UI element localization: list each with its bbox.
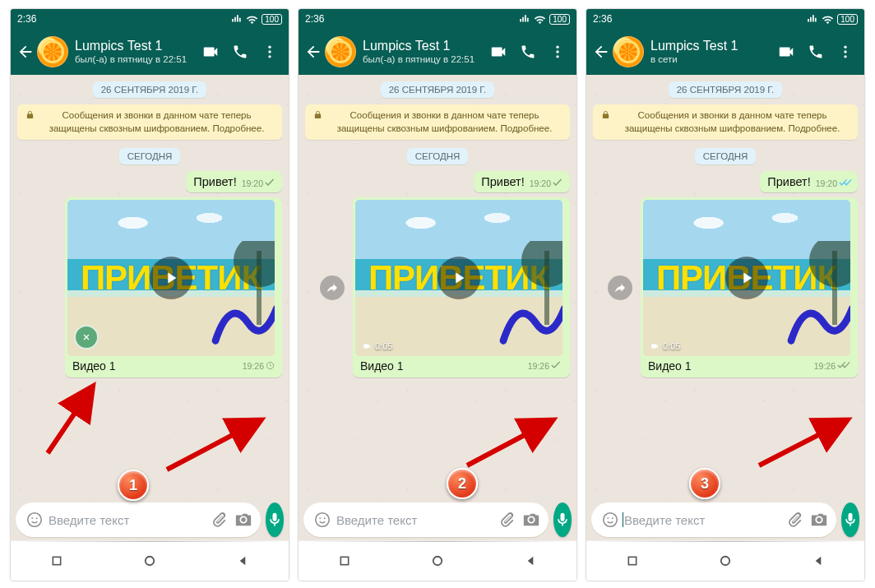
chat-header: Lumpics Test 1 был(-а) в пятницу в 22:51 bbox=[299, 29, 576, 75]
nav-home[interactable] bbox=[133, 544, 166, 577]
back-button[interactable] bbox=[302, 29, 325, 75]
svg-point-9 bbox=[556, 46, 558, 49]
encryption-notice[interactable]: Сообщения и звонки в данном чате теперь … bbox=[593, 104, 858, 140]
more-menu-button[interactable] bbox=[256, 35, 284, 68]
video-call-button[interactable] bbox=[484, 35, 512, 68]
date-chip: 26 СЕНТЯБРЯ 2019 Г. bbox=[669, 81, 783, 98]
voice-message-button[interactable] bbox=[841, 502, 859, 537]
play-button[interactable] bbox=[438, 257, 480, 299]
svg-rect-15 bbox=[341, 557, 349, 564]
date-chip: 26 СЕНТЯБРЯ 2019 Г. bbox=[93, 81, 207, 98]
emoji-button[interactable] bbox=[22, 507, 47, 532]
voice-message-button[interactable] bbox=[266, 502, 284, 537]
svg-point-19 bbox=[844, 55, 846, 58]
nav-recents[interactable] bbox=[328, 544, 361, 577]
camera-button[interactable] bbox=[519, 507, 544, 532]
contact-info[interactable]: Lumpics Test 1 был(-а) в пятницу в 22:51 bbox=[363, 39, 484, 65]
video-thumbnail[interactable]: ПРИВЕТИК 0:05 bbox=[643, 200, 850, 356]
encryption-notice[interactable]: Сообщения и звонки в данном чате теперь … bbox=[305, 104, 570, 140]
contact-info[interactable]: Lumpics Test 1 в сети bbox=[650, 39, 772, 65]
message-text: Привет! bbox=[767, 175, 810, 188]
message-time: 19:20 bbox=[530, 178, 551, 188]
message-video[interactable]: ПРИВЕТИК 0:05 Видео 1 19:26 bbox=[641, 197, 858, 377]
voice-call-button[interactable] bbox=[514, 35, 542, 68]
today-chip: СЕГОДНЯ bbox=[695, 148, 757, 164]
attach-button[interactable] bbox=[206, 507, 231, 532]
message-input-box bbox=[303, 502, 549, 537]
contact-avatar[interactable] bbox=[325, 36, 356, 67]
back-button[interactable] bbox=[590, 29, 613, 75]
nav-back[interactable] bbox=[802, 544, 835, 577]
video-call-button[interactable] bbox=[772, 35, 800, 68]
annotation-badge-2: 2 bbox=[447, 468, 478, 499]
svg-point-4 bbox=[28, 513, 42, 527]
status-icons: 100 bbox=[231, 14, 282, 25]
lock-icon bbox=[25, 110, 35, 123]
nav-back[interactable] bbox=[226, 544, 259, 577]
message-video[interactable]: ПРИВЕТИК Видео 1 19:26 bbox=[65, 197, 282, 377]
play-button[interactable] bbox=[150, 257, 192, 299]
message-text: Привет! bbox=[481, 175, 524, 188]
nav-back[interactable] bbox=[514, 544, 547, 577]
play-button[interactable] bbox=[725, 257, 768, 299]
more-menu-button[interactable] bbox=[544, 35, 572, 68]
svg-point-20 bbox=[604, 513, 618, 527]
today-chip: СЕГОДНЯ bbox=[407, 148, 469, 164]
input-area bbox=[586, 498, 864, 541]
chat-body: 26 СЕНТЯБРЯ 2019 Г. Сообщения и звонки в… bbox=[586, 75, 864, 498]
screenshot-1: 2:36 100 Lumpics Test 1 был(-а) в пятниц… bbox=[10, 8, 289, 581]
message-input[interactable] bbox=[335, 512, 494, 528]
message-input[interactable] bbox=[47, 512, 206, 528]
video-thumbnail[interactable]: ПРИВЕТИК 0:05 bbox=[355, 200, 562, 356]
message-input-box bbox=[591, 502, 836, 537]
nav-home[interactable] bbox=[709, 544, 742, 577]
voice-message-button[interactable] bbox=[553, 502, 572, 537]
message-greeting[interactable]: Привет! 19:20 bbox=[760, 171, 858, 192]
emoji-button[interactable] bbox=[598, 507, 623, 532]
chat-body: 26 СЕНТЯБРЯ 2019 Г. Сообщения и звонки в… bbox=[299, 75, 576, 498]
attach-button[interactable] bbox=[494, 507, 519, 532]
message-greeting[interactable]: Привет! 19:20 bbox=[474, 171, 570, 192]
emoji-button[interactable] bbox=[310, 507, 335, 532]
camera-button[interactable] bbox=[231, 507, 256, 532]
text-cursor bbox=[623, 512, 623, 527]
video-thumbnail[interactable]: ПРИВЕТИК bbox=[67, 200, 275, 356]
contact-avatar[interactable] bbox=[37, 36, 68, 67]
encryption-notice[interactable]: Сообщения и звонки в данном чате теперь … bbox=[17, 104, 282, 140]
message-video[interactable]: ПРИВЕТИК 0:05 Видео 1 19:26 bbox=[353, 197, 570, 377]
contact-avatar[interactable] bbox=[613, 36, 644, 67]
nav-home[interactable] bbox=[421, 544, 454, 577]
forward-button[interactable] bbox=[608, 275, 632, 300]
forward-button[interactable] bbox=[320, 275, 345, 300]
screenshot-2: 2:36 100 Lumpics Test 1 был(-а) в пятниц… bbox=[298, 8, 577, 581]
voice-call-button[interactable] bbox=[802, 35, 830, 68]
back-button[interactable] bbox=[14, 29, 37, 75]
message-time: 19:20 bbox=[242, 178, 263, 188]
battery-pct: 100 bbox=[262, 14, 282, 25]
contact-name: Lumpics Test 1 bbox=[650, 39, 772, 53]
contact-info[interactable]: Lumpics Test 1 был(-а) в пятницу в 22:51 bbox=[75, 39, 197, 65]
cancel-upload-button[interactable] bbox=[74, 325, 99, 350]
nav-recents[interactable] bbox=[40, 544, 73, 577]
nav-recents[interactable] bbox=[616, 544, 649, 577]
annotation-badge-3: 3 bbox=[689, 468, 720, 499]
status-bar: 2:36 100 bbox=[11, 9, 289, 29]
double-tick-read-icon bbox=[839, 178, 852, 188]
video-doodle bbox=[495, 290, 562, 348]
videocam-icon bbox=[650, 342, 660, 350]
svg-point-6 bbox=[36, 517, 38, 519]
more-menu-button[interactable] bbox=[831, 35, 859, 68]
message-input[interactable] bbox=[623, 512, 782, 528]
battery-pct: 100 bbox=[549, 14, 570, 25]
message-greeting[interactable]: Привет! 19:20 bbox=[186, 171, 282, 192]
camera-button[interactable] bbox=[807, 507, 831, 532]
video-doodle bbox=[783, 290, 850, 348]
svg-point-21 bbox=[607, 517, 609, 519]
android-nav-bar bbox=[11, 540, 289, 581]
voice-call-button[interactable] bbox=[226, 35, 254, 68]
attach-button[interactable] bbox=[782, 507, 807, 532]
video-duration: 0:05 bbox=[650, 341, 680, 351]
android-nav-bar bbox=[586, 540, 864, 581]
video-call-button[interactable] bbox=[197, 35, 225, 68]
input-area bbox=[299, 498, 576, 541]
